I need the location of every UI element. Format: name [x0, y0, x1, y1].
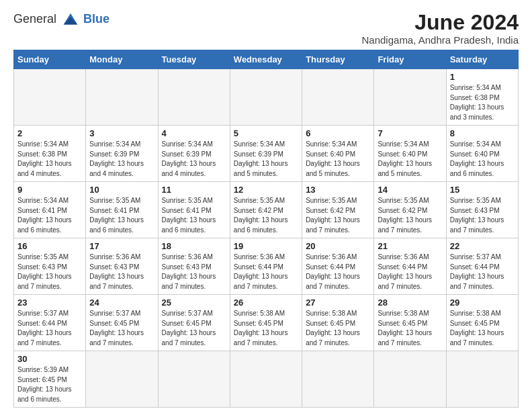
calendar-header-row: SundayMondayTuesdayWednesdayThursdayFrid… [14, 50, 519, 69]
day-info: Sunrise: 5:38 AMSunset: 6:45 PMDaylight:… [378, 309, 442, 348]
calendar-cell: 22Sunrise: 5:37 AMSunset: 6:44 PMDayligh… [446, 238, 518, 295]
day-number: 4 [162, 128, 226, 138]
calendar-cell: 14Sunrise: 5:35 AMSunset: 6:42 PMDayligh… [374, 182, 446, 238]
calendar-cell: 3Sunrise: 5:34 AMSunset: 6:39 PMDaylight… [86, 126, 158, 182]
day-number: 13 [306, 185, 370, 195]
calendar-cell [86, 69, 158, 126]
calendar-cell: 10Sunrise: 5:35 AMSunset: 6:41 PMDayligh… [86, 182, 158, 238]
logo-icon [61, 11, 80, 30]
day-number: 28 [378, 298, 442, 308]
calendar-cell: 26Sunrise: 5:38 AMSunset: 6:45 PMDayligh… [230, 295, 302, 351]
day-info: Sunrise: 5:34 AMSunset: 6:38 PMDaylight:… [450, 83, 515, 122]
day-info: Sunrise: 5:34 AMSunset: 6:39 PMDaylight:… [89, 140, 154, 179]
calendar-cell [374, 69, 446, 126]
day-number: 10 [89, 185, 154, 195]
calendar-week-row: 30Sunrise: 5:39 AMSunset: 6:45 PMDayligh… [14, 351, 519, 408]
calendar-cell: 4Sunrise: 5:34 AMSunset: 6:39 PMDaylight… [158, 126, 230, 182]
calendar-cell [158, 351, 230, 408]
calendar-cell: 16Sunrise: 5:35 AMSunset: 6:43 PMDayligh… [14, 238, 86, 295]
day-info: Sunrise: 5:35 AMSunset: 6:42 PMDaylight:… [306, 196, 370, 235]
day-info: Sunrise: 5:34 AMSunset: 6:39 PMDaylight:… [162, 140, 226, 179]
day-number: 14 [378, 185, 442, 195]
calendar-cell [446, 351, 518, 408]
logo-text: General Blue [13, 11, 109, 30]
calendar-cell: 7Sunrise: 5:34 AMSunset: 6:40 PMDaylight… [374, 126, 446, 182]
calendar-cell [230, 351, 302, 408]
calendar-cell [374, 351, 446, 408]
day-number: 15 [450, 185, 515, 195]
calendar-cell: 17Sunrise: 5:36 AMSunset: 6:43 PMDayligh… [86, 238, 158, 295]
day-info: Sunrise: 5:37 AMSunset: 6:44 PMDaylight:… [17, 309, 82, 348]
calendar-cell: 20Sunrise: 5:36 AMSunset: 6:44 PMDayligh… [302, 238, 374, 295]
calendar-cell: 8Sunrise: 5:34 AMSunset: 6:40 PMDaylight… [446, 126, 518, 182]
day-number: 27 [306, 298, 370, 308]
day-number: 19 [234, 241, 298, 251]
calendar-cell: 5Sunrise: 5:34 AMSunset: 6:39 PMDaylight… [230, 126, 302, 182]
day-number: 22 [450, 241, 515, 251]
calendar-cell: 30Sunrise: 5:39 AMSunset: 6:45 PMDayligh… [14, 351, 86, 408]
day-number: 6 [306, 128, 370, 138]
day-of-week-header: Friday [374, 50, 446, 69]
day-info: Sunrise: 5:34 AMSunset: 6:38 PMDaylight:… [17, 140, 82, 179]
day-number: 12 [234, 185, 298, 195]
day-info: Sunrise: 5:34 AMSunset: 6:40 PMDaylight:… [378, 140, 442, 179]
calendar-cell: 27Sunrise: 5:38 AMSunset: 6:45 PMDayligh… [302, 295, 374, 351]
calendar-cell [14, 69, 86, 126]
day-number: 1 [450, 72, 515, 82]
calendar-cell: 2Sunrise: 5:34 AMSunset: 6:38 PMDaylight… [14, 126, 86, 182]
calendar-cell: 1Sunrise: 5:34 AMSunset: 6:38 PMDaylight… [446, 69, 518, 126]
day-info: Sunrise: 5:35 AMSunset: 6:43 PMDaylight:… [450, 196, 515, 235]
day-info: Sunrise: 5:34 AMSunset: 6:40 PMDaylight:… [450, 140, 515, 179]
day-number: 20 [306, 241, 370, 251]
day-number: 11 [162, 185, 226, 195]
day-number: 25 [162, 298, 226, 308]
day-number: 24 [89, 298, 154, 308]
day-info: Sunrise: 5:34 AMSunset: 6:41 PMDaylight:… [17, 196, 82, 235]
day-number: 5 [234, 128, 298, 138]
calendar-title: June 2024 [362, 11, 519, 34]
calendar-cell [158, 69, 230, 126]
day-info: Sunrise: 5:36 AMSunset: 6:43 PMDaylight:… [162, 253, 226, 291]
day-info: Sunrise: 5:38 AMSunset: 6:45 PMDaylight:… [234, 309, 298, 348]
day-number: 26 [234, 298, 298, 308]
day-number: 18 [162, 241, 226, 251]
calendar-cell: 24Sunrise: 5:37 AMSunset: 6:45 PMDayligh… [86, 295, 158, 351]
day-of-week-header: Sunday [14, 50, 86, 69]
day-info: Sunrise: 5:35 AMSunset: 6:41 PMDaylight:… [162, 196, 226, 235]
day-of-week-header: Saturday [446, 50, 518, 69]
calendar-cell: 11Sunrise: 5:35 AMSunset: 6:41 PMDayligh… [158, 182, 230, 238]
day-info: Sunrise: 5:37 AMSunset: 6:45 PMDaylight:… [89, 309, 154, 348]
day-info: Sunrise: 5:35 AMSunset: 6:43 PMDaylight:… [17, 253, 82, 291]
day-number: 23 [17, 298, 82, 308]
calendar-week-row: 23Sunrise: 5:37 AMSunset: 6:44 PMDayligh… [14, 295, 519, 351]
day-number: 29 [450, 298, 515, 308]
calendar-cell: 25Sunrise: 5:37 AMSunset: 6:45 PMDayligh… [158, 295, 230, 351]
day-number: 17 [89, 241, 154, 251]
day-info: Sunrise: 5:35 AMSunset: 6:41 PMDaylight:… [89, 196, 154, 235]
day-info: Sunrise: 5:34 AMSunset: 6:40 PMDaylight:… [306, 140, 370, 179]
day-number: 3 [89, 128, 154, 138]
calendar-cell: 9Sunrise: 5:34 AMSunset: 6:41 PMDaylight… [14, 182, 86, 238]
day-number: 16 [17, 241, 82, 251]
day-of-week-header: Wednesday [230, 50, 302, 69]
day-info: Sunrise: 5:38 AMSunset: 6:45 PMDaylight:… [306, 309, 370, 348]
calendar-cell [86, 351, 158, 408]
calendar-week-row: 2Sunrise: 5:34 AMSunset: 6:38 PMDaylight… [14, 126, 519, 182]
calendar-cell: 21Sunrise: 5:36 AMSunset: 6:44 PMDayligh… [374, 238, 446, 295]
day-info: Sunrise: 5:36 AMSunset: 6:44 PMDaylight:… [378, 253, 442, 291]
calendar-cell: 18Sunrise: 5:36 AMSunset: 6:43 PMDayligh… [158, 238, 230, 295]
calendar-table: SundayMondayTuesdayWednesdayThursdayFrid… [13, 50, 519, 408]
day-number: 2 [17, 128, 82, 138]
day-of-week-header: Tuesday [158, 50, 230, 69]
day-number: 8 [450, 128, 515, 138]
day-of-week-header: Thursday [302, 50, 374, 69]
day-info: Sunrise: 5:35 AMSunset: 6:42 PMDaylight:… [234, 196, 298, 235]
title-area: June 2024 Nandigama, Andhra Pradesh, Ind… [362, 11, 519, 46]
calendar-week-row: 1Sunrise: 5:34 AMSunset: 6:38 PMDaylight… [14, 69, 519, 126]
day-of-week-header: Monday [86, 50, 158, 69]
calendar-header: General Blue June 2024 Nandigama, Andhra… [13, 11, 519, 46]
day-info: Sunrise: 5:36 AMSunset: 6:44 PMDaylight:… [306, 253, 370, 291]
calendar-cell [302, 69, 374, 126]
day-info: Sunrise: 5:37 AMSunset: 6:44 PMDaylight:… [450, 253, 515, 291]
calendar-cell [302, 351, 374, 408]
